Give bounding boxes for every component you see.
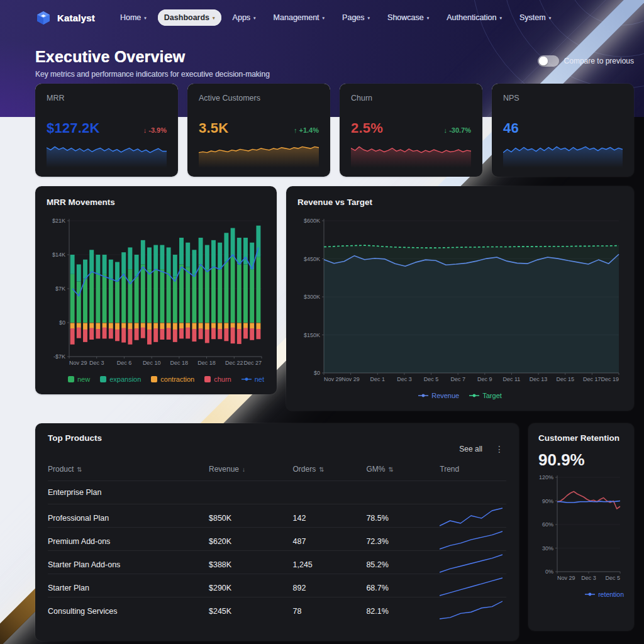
dashboard-page: Katalyst Home▾ Dashboards▾ Apps▾ Managem… [0, 0, 644, 644]
cell-product: Consulting Services [48, 607, 209, 616]
see-all-link[interactable]: See all [459, 445, 482, 453]
chevron-down-icon: ▾ [427, 16, 430, 21]
kpi-card-mrr: MRR $127.2K ↓ -3.9% [35, 84, 178, 177]
cell-product: Starter Plan Add-ons [48, 560, 209, 569]
cell-product: Enterprise Plan [48, 488, 209, 497]
revenue-vs-target-chart: $600K$450K$300K$150K$0Nov 29Nov 29Dec 1D… [297, 217, 623, 386]
legend-item-revenue[interactable]: Revenue [418, 392, 459, 399]
svg-text:Dec 17: Dec 17 [583, 376, 601, 382]
brand[interactable]: Katalyst [35, 9, 95, 26]
kpi-card-nps: NPS 46 [492, 84, 634, 177]
cell-revenue: $620K [209, 537, 293, 546]
charts-row: MRR Movements $21K$14K$7K$0-$7KNov 29Dec… [35, 186, 634, 411]
nav-item-system[interactable]: System▾ [513, 9, 557, 26]
nav-item-management[interactable]: Management▾ [267, 9, 331, 26]
svg-text:$300K: $300K [304, 294, 320, 300]
kpi-title: Churn [351, 94, 471, 103]
legend-item-net[interactable]: net [242, 375, 264, 383]
column-header-trend[interactable]: Trend [440, 465, 506, 474]
svg-text:120%: 120% [539, 474, 553, 480]
column-header-revenue[interactable]: Revenue↓ [209, 465, 293, 474]
top-products-card: Top Products See all ⋮ Product⇅ Revenue↓… [35, 423, 519, 641]
svg-text:Dec 10: Dec 10 [143, 360, 161, 366]
legend-label: retention [598, 591, 624, 598]
legend-item-retention[interactable]: retention [585, 591, 624, 598]
kpi-row: MRR $127.2K ↓ -3.9% Active Customers 3.5… [35, 84, 634, 177]
mrr-movements-title: MRR Movements [47, 197, 265, 207]
nav-item-authentication[interactable]: Authentication▾ [440, 9, 508, 26]
chevron-down-icon: ▾ [549, 16, 552, 21]
nav-label: Management [274, 13, 319, 22]
column-header-gm[interactable]: GM%⇅ [366, 465, 440, 474]
nav-item-showcase[interactable]: Showcase▾ [381, 9, 435, 26]
sort-icon: ⇅ [319, 466, 324, 473]
column-label: Trend [440, 465, 459, 474]
nav-label: Pages [342, 13, 364, 22]
column-label: Product [48, 465, 74, 474]
svg-text:$0: $0 [314, 370, 320, 376]
mrr-movements-chart: $21K$14K$7K$0-$7KNov 29Dec 3Dec 6Dec 10D… [47, 217, 265, 369]
legend-item-churn[interactable]: churn [204, 375, 231, 383]
nav-label: Dashboards [164, 13, 209, 22]
nav-label: Authentication [447, 13, 496, 22]
cell-orders: 78 [293, 607, 367, 616]
svg-text:Dec 11: Dec 11 [503, 376, 521, 382]
revenue-vs-target-card: Revenue vs Target $600K$450K$300K$150K$0… [286, 186, 634, 411]
nav-items: Home▾ Dashboards▾ Apps▾ Management▾ Page… [114, 9, 557, 26]
svg-text:$150K: $150K [304, 332, 320, 338]
column-header-product[interactable]: Product⇅ [48, 465, 209, 474]
trend-sparkline [440, 616, 502, 625]
table-row[interactable]: Starter Plan Add-ons $388K 1,245 85.2% [48, 551, 506, 574]
column-header-orders[interactable]: Orders⇅ [293, 465, 367, 474]
kpi-value: $127.2K [47, 120, 100, 136]
svg-text:Dec 3: Dec 3 [89, 360, 104, 366]
legend-item-target[interactable]: Target [469, 392, 502, 399]
svg-text:$7K: $7K [55, 286, 65, 292]
table-row[interactable]: Consulting Services $245K 78 82.1% [48, 597, 506, 621]
svg-text:$600K: $600K [304, 218, 320, 224]
kpi-card-active-customers: Active Customers 3.5K ↑ +1.4% [187, 84, 330, 177]
table-row[interactable]: Enterprise Plan [48, 481, 506, 504]
screen: Katalyst Home▾ Dashboards▾ Apps▾ Managem… [0, 0, 644, 644]
kpi-delta: ↑ +1.4% [294, 126, 319, 134]
sort-icon: ⇅ [77, 466, 82, 473]
top-products-title: Top Products [48, 433, 506, 443]
table-row[interactable]: Premium Add-ons $620K 487 72.3% [48, 528, 506, 551]
svg-text:60%: 60% [542, 521, 553, 528]
table-row[interactable]: Starter Plan $290K 892 68.7% [48, 574, 506, 597]
svg-text:Dec 3: Dec 3 [397, 376, 412, 382]
sort-icon: ↓ [242, 466, 245, 473]
cell-product: Professional Plan [48, 514, 209, 523]
table-row[interactable]: Professional Plan $850K 142 78.5% [48, 504, 506, 528]
svg-text:90%: 90% [542, 498, 553, 504]
table-actions: See all ⋮ [48, 444, 506, 454]
legend-item-new[interactable]: new [68, 375, 90, 383]
svg-text:Dec 6: Dec 6 [117, 360, 132, 366]
cell-orders: 142 [293, 514, 367, 523]
customer-retention-title: Customer Retention [538, 433, 624, 443]
cell-gm: 68.7% [366, 584, 440, 592]
legend-item-contraction[interactable]: contraction [151, 375, 194, 383]
compare-toggle[interactable] [538, 55, 559, 67]
svg-text:$450K: $450K [304, 256, 320, 262]
column-label: GM% [366, 465, 385, 474]
kpi-title: Active Customers [199, 94, 319, 103]
kebab-menu-icon[interactable]: ⋮ [492, 444, 506, 454]
chevron-down-icon: ▾ [500, 16, 502, 21]
svg-text:0%: 0% [545, 569, 553, 575]
legend-swatch [100, 376, 106, 382]
page-header: Executive Overview Key metrics and perfo… [0, 35, 644, 84]
svg-text:$14K: $14K [52, 252, 65, 258]
nav-item-home[interactable]: Home▾ [114, 9, 153, 26]
kpi-value: 3.5K [199, 120, 228, 136]
svg-text:Dec 19: Dec 19 [601, 376, 619, 382]
retention-value: 90.9% [538, 450, 624, 470]
legend-line-marker [469, 393, 479, 398]
legend-swatch [68, 376, 74, 382]
top-products-table: Product⇅ Revenue↓ Orders⇅ GM%⇅ Trend Ent… [48, 458, 506, 621]
nav-item-pages[interactable]: Pages▾ [336, 9, 376, 26]
mrr-sparkline [47, 142, 167, 168]
nav-item-apps[interactable]: Apps▾ [226, 9, 262, 26]
legend-item-expansion[interactable]: expansion [100, 375, 141, 383]
nav-item-dashboards[interactable]: Dashboards▾ [158, 9, 221, 26]
